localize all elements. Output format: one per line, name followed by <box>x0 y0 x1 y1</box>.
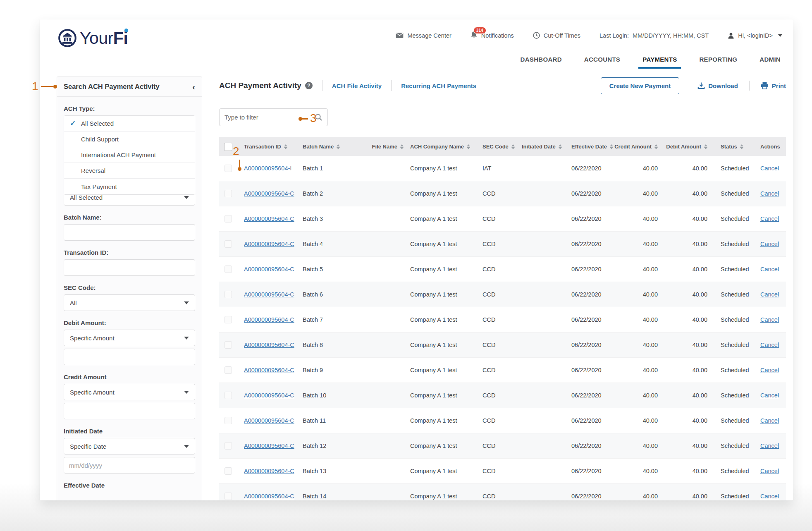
cancel-link[interactable]: Cancel <box>760 291 779 298</box>
row-checkbox[interactable] <box>224 240 232 248</box>
initiated-date-select[interactable]: Specific Date <box>64 438 195 454</box>
transaction-id-link[interactable]: A000000095604-C <box>244 392 294 399</box>
ach-type-option[interactable]: ✓International ACH Payment <box>64 147 195 163</box>
row-checkbox[interactable] <box>224 417 232 424</box>
row-checkbox[interactable] <box>224 493 232 500</box>
transaction-id-link[interactable]: A000000095604-C <box>244 493 294 500</box>
ach-type-select[interactable]: All Selected <box>64 195 195 206</box>
row-checkbox[interactable] <box>224 165 232 172</box>
row-checkbox[interactable] <box>224 291 232 298</box>
transaction-id-link[interactable]: A000000095604-C <box>244 417 294 424</box>
row-checkbox[interactable] <box>224 392 232 399</box>
sort-icon[interactable] <box>559 144 562 149</box>
cancel-link[interactable]: Cancel <box>760 316 779 323</box>
sort-icon[interactable] <box>467 144 470 149</box>
column-header-sec-code[interactable]: SEC Code <box>479 144 518 150</box>
cancel-link[interactable]: Cancel <box>760 215 779 222</box>
column-header-ach-company-name[interactable]: ACH Company Name <box>407 144 479 150</box>
debit-amount-input[interactable] <box>64 349 195 365</box>
cancel-link[interactable]: Cancel <box>760 190 779 197</box>
cancel-link[interactable]: Cancel <box>760 417 779 424</box>
column-header-effective-date[interactable]: Effective Date <box>568 144 616 150</box>
ach-type-option[interactable]: ✓Tax Payment <box>64 179 195 194</box>
cell-effective-date: 06/22/2020 <box>568 316 616 323</box>
row-checkbox[interactable] <box>224 316 232 323</box>
user-menu[interactable]: Hi, <loginID> <box>728 32 782 39</box>
ach-type-option[interactable]: ✓Child Support <box>64 132 195 147</box>
transaction-id-link[interactable]: A000000095604-C <box>244 190 294 197</box>
column-header-status[interactable]: Status <box>711 144 756 150</box>
transaction-id-link[interactable]: A000000095604-C <box>244 468 294 474</box>
cell-actions: Cancel <box>756 165 786 172</box>
nav-dashboard[interactable]: DASHBOARD <box>521 56 562 69</box>
sort-icon[interactable] <box>511 144 515 149</box>
select-all-checkbox[interactable] <box>224 143 232 151</box>
batch-name-input[interactable] <box>64 224 195 241</box>
column-header-transaction-id[interactable]: Transaction ID <box>237 144 299 150</box>
nav-accounts[interactable]: ACCOUNTS <box>584 56 620 69</box>
cell-ach-company-name: Company A 1 test <box>407 165 479 172</box>
cancel-link[interactable]: Cancel <box>760 241 779 247</box>
column-header-initiated-date[interactable]: Initiated Date <box>518 144 568 150</box>
cancel-link[interactable]: Cancel <box>760 442 779 449</box>
ach-type-option[interactable]: ✓All Selected <box>64 116 195 132</box>
nav-payments[interactable]: PAYMENTS <box>642 56 677 69</box>
sort-icon[interactable] <box>610 144 613 149</box>
credit-amount-select[interactable]: Specific Amount <box>64 384 195 400</box>
cell-sec-code: CCD <box>479 392 518 399</box>
sort-icon[interactable] <box>740 144 743 149</box>
nav-admin[interactable]: ADMIN <box>759 56 781 69</box>
transaction-id-link[interactable]: A000000095604-C <box>244 291 294 298</box>
help-icon[interactable]: ? <box>305 82 313 89</box>
transaction-id-input[interactable] <box>64 259 195 276</box>
cancel-link[interactable]: Cancel <box>760 165 779 172</box>
print-button[interactable]: Print <box>761 82 786 89</box>
transaction-id-link[interactable]: A000000095604-C <box>244 241 294 247</box>
cancel-link[interactable]: Cancel <box>760 342 779 348</box>
download-button[interactable]: Download <box>697 82 738 89</box>
sort-icon[interactable] <box>704 144 707 149</box>
cancel-link[interactable]: Cancel <box>760 266 779 273</box>
sort-icon[interactable] <box>284 144 287 149</box>
cancel-link[interactable]: Cancel <box>760 392 779 399</box>
ach-type-option[interactable]: ✓Reversal <box>64 163 195 179</box>
initiated-date-input[interactable] <box>64 457 195 474</box>
message-center-link[interactable]: Message Center <box>396 32 451 39</box>
row-checkbox[interactable] <box>224 442 232 450</box>
debit-amount-select[interactable]: Specific Amount <box>64 330 195 346</box>
row-checkbox[interactable] <box>224 190 232 197</box>
row-checkbox[interactable] <box>224 467 232 475</box>
column-header-credit-amount[interactable]: Credit Amount <box>616 144 661 150</box>
cancel-link[interactable]: Cancel <box>760 493 779 500</box>
row-checkbox[interactable] <box>224 366 232 374</box>
transaction-id-link[interactable]: A000000095604-C <box>244 342 294 348</box>
sec-code-select[interactable]: All <box>64 294 195 311</box>
transaction-id-link[interactable]: A000000095604-I <box>244 165 291 172</box>
tab-recurring-ach-payments[interactable]: Recurring ACH Payments <box>401 82 476 89</box>
sort-icon[interactable] <box>337 144 340 149</box>
credit-amount-input[interactable] <box>64 403 195 419</box>
cutoff-times-link[interactable]: Cut-Off Times <box>533 32 580 39</box>
row-checkbox[interactable] <box>224 341 232 349</box>
column-header-debit-amount[interactable]: Debit Amount <box>661 144 711 150</box>
download-icon <box>697 82 705 89</box>
sort-icon[interactable] <box>654 144 658 149</box>
row-checkbox[interactable] <box>224 215 232 222</box>
transaction-id-link[interactable]: A000000095604-C <box>244 266 294 273</box>
cancel-link[interactable]: Cancel <box>760 468 779 474</box>
transaction-id-link[interactable]: A000000095604-C <box>244 442 294 449</box>
column-header-batch-name[interactable]: Batch Name <box>299 144 351 150</box>
sort-icon[interactable] <box>400 144 404 149</box>
tab-ach-file-activity[interactable]: ACH File Activity <box>332 82 382 89</box>
brand-logo[interactable]: YourFi <box>58 29 129 48</box>
transaction-id-link[interactable]: A000000095604-C <box>244 367 294 373</box>
nav-reporting[interactable]: REPORTING <box>699 56 737 69</box>
cancel-link[interactable]: Cancel <box>760 367 779 373</box>
transaction-id-link[interactable]: A000000095604-C <box>244 215 294 222</box>
column-header-file-name[interactable]: File Name <box>351 144 407 150</box>
collapse-sidebar-icon[interactable]: ‹ <box>192 83 195 91</box>
create-new-payment-button[interactable]: Create New Payment <box>601 77 679 94</box>
notifications-link[interactable]: 314 Notifications <box>470 31 514 40</box>
row-checkbox[interactable] <box>224 266 232 273</box>
transaction-id-link[interactable]: A000000095604-C <box>244 316 294 323</box>
